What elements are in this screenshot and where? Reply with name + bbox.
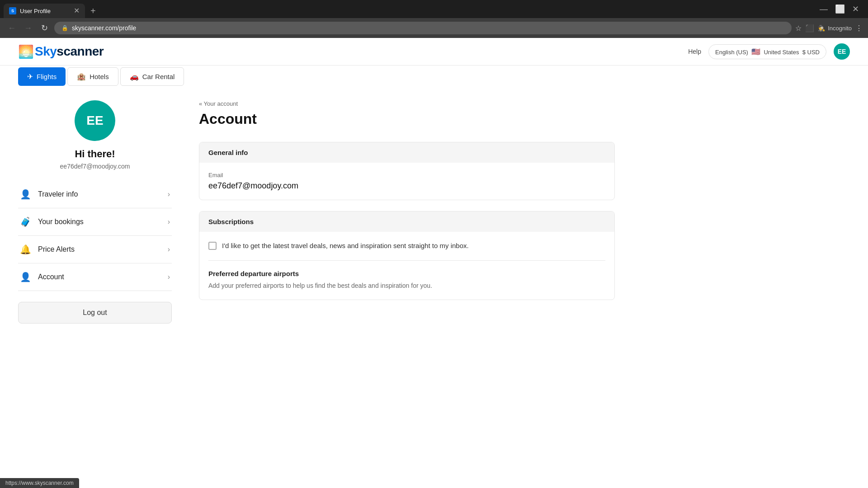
chevron-right-icon: ›: [168, 218, 170, 226]
logo-text: Skyscanner: [35, 44, 104, 59]
page-content: 🌅 Skyscanner Help English (US) 🇺🇸 United…: [0, 38, 868, 486]
sidebar-item-traveler-info[interactable]: 👤 Traveler info ›: [18, 181, 172, 208]
status-bar: https://www.skyscanner.com: [0, 478, 79, 486]
user-email: ee76def7@moodjoy.com: [60, 163, 130, 170]
flights-nav-button[interactable]: ✈ Flights: [18, 67, 66, 86]
flights-icon: ✈: [27, 72, 33, 81]
more-options-icon[interactable]: ⋮: [855, 24, 863, 33]
subscriptions-card: Subscriptions I'd like to get the latest…: [199, 211, 615, 300]
hotels-label: Hotels: [90, 73, 109, 80]
preferred-airports-desc: Add your preferred airports to help us f…: [208, 281, 605, 291]
price-alerts-label: Price Alerts: [38, 245, 168, 253]
incognito-label: Incognito: [828, 25, 852, 32]
flights-label: Flights: [37, 73, 57, 80]
user-info: EE Hi there! ee76def7@moodjoy.com: [18, 100, 172, 181]
account-icon: 👤: [20, 272, 31, 282]
us-flag-icon: 🇺🇸: [751, 48, 760, 56]
hotels-icon: 🏨: [77, 72, 86, 81]
bookmark-star-icon[interactable]: ☆: [795, 24, 802, 33]
account-label: Account: [38, 273, 168, 281]
ssl-lock-icon: 🔒: [61, 25, 68, 31]
logo-icon: 🌅: [18, 44, 34, 59]
general-info-card: General info Email ee76def7@moodjoy.com: [199, 142, 615, 200]
chevron-right-icon: ›: [168, 190, 170, 198]
locale-button[interactable]: English (US) 🇺🇸 United States $ USD: [708, 44, 826, 59]
locale-text: English (US) 🇺🇸 United States $ USD: [715, 47, 820, 56]
main-content: « Your account Account General info Emai…: [199, 100, 615, 324]
bookings-icon: 🧳: [20, 216, 31, 227]
status-url: https://www.skyscanner.com: [5, 480, 74, 486]
site-header: 🌅 Skyscanner Help English (US) 🇺🇸 United…: [0, 38, 868, 66]
address-bar[interactable]: 🔒 skyscanner.com/profile: [54, 22, 792, 34]
help-link[interactable]: Help: [688, 48, 701, 55]
car-icon: 🚗: [130, 72, 139, 81]
bell-icon: 🔔: [20, 244, 31, 255]
email-label: Email: [208, 172, 605, 178]
car-rental-label: Car Rental: [142, 73, 175, 80]
logo-area[interactable]: 🌅 Skyscanner: [18, 44, 104, 59]
general-info-body: Email ee76def7@moodjoy.com: [199, 163, 614, 200]
forward-button[interactable]: →: [22, 22, 34, 34]
active-tab[interactable]: S User Profile ✕: [4, 4, 85, 18]
user-greeting: Hi there!: [75, 148, 115, 160]
sidebar: EE Hi there! ee76def7@moodjoy.com 👤 Trav…: [18, 100, 172, 324]
logout-button[interactable]: Log out: [18, 302, 172, 324]
chevron-right-icon: ›: [168, 245, 170, 253]
sidebar-item-account[interactable]: 👤 Account ›: [18, 263, 172, 291]
subscription-text: I'd like to get the latest travel deals,…: [222, 241, 469, 251]
hotels-nav-button[interactable]: 🏨 Hotels: [67, 67, 118, 86]
chevron-right-icon: ›: [168, 273, 170, 281]
preferred-airports-title: Preferred departure airports: [208, 270, 605, 277]
user-avatar-header[interactable]: EE: [834, 43, 850, 60]
traveler-info-icon: 👤: [20, 189, 31, 200]
page-title: Account: [199, 111, 615, 127]
user-avatar-large: EE: [75, 100, 115, 141]
tab-bar: S User Profile ✕ + — ⬜ ✕: [0, 0, 868, 18]
your-bookings-label: Your bookings: [38, 218, 168, 226]
minimize-button[interactable]: —: [820, 5, 828, 14]
tab-favicon: S: [9, 7, 16, 14]
breadcrumb[interactable]: « Your account: [199, 100, 615, 107]
header-right: Help English (US) 🇺🇸 United States $ USD…: [688, 43, 850, 60]
email-value: ee76def7@moodjoy.com: [208, 181, 605, 191]
reload-button[interactable]: ↻: [38, 22, 51, 34]
browser-toolbar: ← → ↻ 🔒 skyscanner.com/profile ☆ ⬛ 🕵 Inc…: [0, 18, 868, 38]
incognito-icon: 🕵: [818, 25, 825, 32]
url-text: skyscanner.com/profile: [72, 24, 136, 32]
incognito-badge: 🕵 Incognito: [818, 25, 852, 32]
tab-close-button[interactable]: ✕: [74, 7, 80, 14]
main-layout: EE Hi there! ee76def7@moodjoy.com 👤 Trav…: [0, 86, 633, 338]
tab-title: User Profile: [20, 8, 70, 14]
sidebar-toggle-icon[interactable]: ⬛: [805, 24, 814, 33]
subscription-checkbox[interactable]: [208, 242, 217, 250]
sidebar-item-your-bookings[interactable]: 🧳 Your bookings ›: [18, 208, 172, 236]
preferred-airports-section: Preferred departure airports Add your pr…: [199, 261, 614, 300]
back-button[interactable]: ←: [5, 22, 18, 34]
browser-chrome: S User Profile ✕ + — ⬜ ✕ ← → ↻ 🔒 skyscan…: [0, 0, 868, 38]
sidebar-item-price-alerts[interactable]: 🔔 Price Alerts ›: [18, 236, 172, 263]
site-nav: ✈ Flights 🏨 Hotels 🚗 Car Rental: [0, 67, 868, 86]
general-info-header: General info: [199, 142, 614, 163]
subscriptions-header: Subscriptions: [199, 211, 614, 232]
car-rental-nav-button[interactable]: 🚗 Car Rental: [120, 67, 184, 86]
close-window-button[interactable]: ✕: [852, 4, 859, 14]
toolbar-right: ☆ ⬛ 🕵 Incognito ⋮: [795, 24, 863, 33]
traveler-info-label: Traveler info: [38, 190, 168, 198]
subscription-row: I'd like to get the latest travel deals,…: [199, 232, 614, 260]
maximize-button[interactable]: ⬜: [835, 4, 845, 14]
window-controls: — ⬜ ✕: [814, 4, 864, 18]
new-tab-button[interactable]: +: [87, 6, 99, 16]
